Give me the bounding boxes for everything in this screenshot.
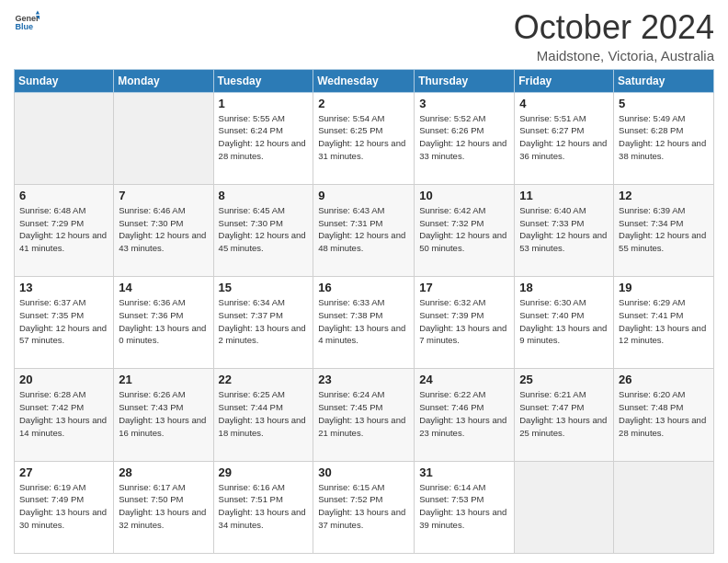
location-subtitle: Maidstone, Victoria, Australia <box>514 48 714 63</box>
day-number: 1 <box>219 97 309 110</box>
day-number: 25 <box>519 373 609 386</box>
calendar-cell: 20Sunrise: 6:28 AMSunset: 7:42 PMDayligh… <box>15 369 114 461</box>
day-info: Sunrise: 6:48 AMSunset: 7:29 PMDaylight:… <box>19 204 108 255</box>
calendar-cell: 12Sunrise: 6:39 AMSunset: 7:34 PMDayligh… <box>614 184 714 276</box>
day-number: 8 <box>219 189 309 202</box>
day-info: Sunrise: 6:25 AMSunset: 7:44 PMDaylight:… <box>219 388 309 439</box>
calendar-cell: 2Sunrise: 5:54 AMSunset: 6:25 PMDaylight… <box>313 92 415 184</box>
calendar-cell: 22Sunrise: 6:25 AMSunset: 7:44 PMDayligh… <box>213 369 313 461</box>
calendar-cell <box>15 92 114 184</box>
calendar-cell <box>114 92 213 184</box>
day-info: Sunrise: 6:16 AMSunset: 7:51 PMDaylight:… <box>219 481 309 532</box>
day-number: 5 <box>619 97 709 110</box>
calendar-cell: 13Sunrise: 6:37 AMSunset: 7:35 PMDayligh… <box>15 277 114 369</box>
svg-text:Blue: Blue <box>15 22 33 31</box>
day-info: Sunrise: 5:54 AMSunset: 6:25 PMDaylight:… <box>318 112 409 163</box>
day-number: 21 <box>119 373 208 386</box>
calendar: SundayMondayTuesdayWednesdayThursdayFrid… <box>14 69 714 554</box>
month-title: October 2024 <box>514 9 714 46</box>
day-number: 27 <box>19 465 108 479</box>
day-info: Sunrise: 6:17 AMSunset: 7:50 PMDaylight:… <box>119 481 208 532</box>
day-info: Sunrise: 6:14 AMSunset: 7:53 PMDaylight:… <box>419 481 509 532</box>
svg-marker-2 <box>36 10 40 14</box>
day-number: 17 <box>419 281 509 294</box>
calendar-week-row: 20Sunrise: 6:28 AMSunset: 7:42 PMDayligh… <box>15 369 714 461</box>
day-number: 19 <box>619 281 709 294</box>
calendar-cell: 5Sunrise: 5:49 AMSunset: 6:28 PMDaylight… <box>614 92 714 184</box>
logo: General Blue <box>14 9 40 35</box>
day-info: Sunrise: 6:37 AMSunset: 7:35 PMDaylight:… <box>19 296 108 347</box>
day-info: Sunrise: 6:33 AMSunset: 7:38 PMDaylight:… <box>318 296 409 347</box>
day-info: Sunrise: 6:40 AMSunset: 7:33 PMDaylight:… <box>519 204 609 255</box>
day-info: Sunrise: 6:46 AMSunset: 7:30 PMDaylight:… <box>119 204 208 255</box>
svg-text:General: General <box>15 14 40 23</box>
day-info: Sunrise: 6:26 AMSunset: 7:43 PMDaylight:… <box>119 388 208 439</box>
calendar-cell <box>515 461 614 553</box>
day-info: Sunrise: 6:32 AMSunset: 7:39 PMDaylight:… <box>419 296 509 347</box>
calendar-cell: 6Sunrise: 6:48 AMSunset: 7:29 PMDaylight… <box>15 184 114 276</box>
calendar-cell: 7Sunrise: 6:46 AMSunset: 7:30 PMDaylight… <box>114 184 213 276</box>
calendar-cell: 24Sunrise: 6:22 AMSunset: 7:46 PMDayligh… <box>415 369 515 461</box>
calendar-cell: 18Sunrise: 6:30 AMSunset: 7:40 PMDayligh… <box>515 277 614 369</box>
calendar-week-row: 6Sunrise: 6:48 AMSunset: 7:29 PMDaylight… <box>15 184 714 276</box>
weekday-header: Saturday <box>614 69 714 92</box>
weekday-header: Monday <box>114 69 213 92</box>
weekday-header-row: SundayMondayTuesdayWednesdayThursdayFrid… <box>15 69 714 92</box>
day-number: 14 <box>119 281 208 294</box>
calendar-week-row: 1Sunrise: 5:55 AMSunset: 6:24 PMDaylight… <box>15 92 714 184</box>
calendar-cell: 3Sunrise: 5:52 AMSunset: 6:26 PMDaylight… <box>415 92 515 184</box>
day-info: Sunrise: 6:30 AMSunset: 7:40 PMDaylight:… <box>519 296 609 347</box>
calendar-cell: 25Sunrise: 6:21 AMSunset: 7:47 PMDayligh… <box>515 369 614 461</box>
day-number: 15 <box>219 281 309 294</box>
day-info: Sunrise: 6:20 AMSunset: 7:48 PMDaylight:… <box>619 388 709 439</box>
day-number: 2 <box>318 97 409 110</box>
day-number: 9 <box>318 189 409 202</box>
day-number: 29 <box>219 465 309 479</box>
calendar-cell: 10Sunrise: 6:42 AMSunset: 7:32 PMDayligh… <box>415 184 515 276</box>
day-number: 7 <box>119 189 208 202</box>
calendar-cell: 4Sunrise: 5:51 AMSunset: 6:27 PMDaylight… <box>515 92 614 184</box>
calendar-cell: 11Sunrise: 6:40 AMSunset: 7:33 PMDayligh… <box>515 184 614 276</box>
day-number: 3 <box>419 97 509 110</box>
day-info: Sunrise: 6:39 AMSunset: 7:34 PMDaylight:… <box>619 204 709 255</box>
calendar-cell: 26Sunrise: 6:20 AMSunset: 7:48 PMDayligh… <box>614 369 714 461</box>
day-info: Sunrise: 5:55 AMSunset: 6:24 PMDaylight:… <box>219 112 309 163</box>
calendar-cell: 8Sunrise: 6:45 AMSunset: 7:30 PMDaylight… <box>213 184 313 276</box>
page: General Blue October 2024 Maidstone, Vic… <box>0 0 728 563</box>
day-number: 20 <box>19 373 108 386</box>
day-number: 31 <box>419 465 509 479</box>
day-info: Sunrise: 6:19 AMSunset: 7:49 PMDaylight:… <box>19 481 108 532</box>
calendar-cell: 30Sunrise: 6:15 AMSunset: 7:52 PMDayligh… <box>313 461 415 553</box>
day-number: 22 <box>219 373 309 386</box>
calendar-cell: 17Sunrise: 6:32 AMSunset: 7:39 PMDayligh… <box>415 277 515 369</box>
day-info: Sunrise: 6:24 AMSunset: 7:45 PMDaylight:… <box>318 388 409 439</box>
day-number: 12 <box>619 189 709 202</box>
weekday-header: Tuesday <box>213 69 313 92</box>
header: General Blue October 2024 Maidstone, Vic… <box>14 9 714 63</box>
day-number: 10 <box>419 189 509 202</box>
calendar-cell: 29Sunrise: 6:16 AMSunset: 7:51 PMDayligh… <box>213 461 313 553</box>
day-info: Sunrise: 6:22 AMSunset: 7:46 PMDaylight:… <box>419 388 509 439</box>
day-number: 4 <box>519 97 609 110</box>
weekday-header: Friday <box>515 69 614 92</box>
weekday-header: Wednesday <box>313 69 415 92</box>
day-info: Sunrise: 6:42 AMSunset: 7:32 PMDaylight:… <box>419 204 509 255</box>
day-number: 24 <box>419 373 509 386</box>
day-number: 11 <box>519 189 609 202</box>
calendar-cell: 21Sunrise: 6:26 AMSunset: 7:43 PMDayligh… <box>114 369 213 461</box>
day-number: 30 <box>318 465 409 479</box>
day-info: Sunrise: 5:52 AMSunset: 6:26 PMDaylight:… <box>419 112 509 163</box>
calendar-cell: 16Sunrise: 6:33 AMSunset: 7:38 PMDayligh… <box>313 277 415 369</box>
title-area: October 2024 Maidstone, Victoria, Austra… <box>514 9 714 63</box>
calendar-cell: 14Sunrise: 6:36 AMSunset: 7:36 PMDayligh… <box>114 277 213 369</box>
weekday-header: Sunday <box>15 69 114 92</box>
logo-icon: General Blue <box>14 9 40 35</box>
calendar-cell: 19Sunrise: 6:29 AMSunset: 7:41 PMDayligh… <box>614 277 714 369</box>
day-info: Sunrise: 5:51 AMSunset: 6:27 PMDaylight:… <box>519 112 609 163</box>
calendar-cell: 31Sunrise: 6:14 AMSunset: 7:53 PMDayligh… <box>415 461 515 553</box>
day-info: Sunrise: 6:29 AMSunset: 7:41 PMDaylight:… <box>619 296 709 347</box>
day-number: 13 <box>19 281 108 294</box>
day-info: Sunrise: 5:49 AMSunset: 6:28 PMDaylight:… <box>619 112 709 163</box>
calendar-cell: 15Sunrise: 6:34 AMSunset: 7:37 PMDayligh… <box>213 277 313 369</box>
day-number: 16 <box>318 281 409 294</box>
